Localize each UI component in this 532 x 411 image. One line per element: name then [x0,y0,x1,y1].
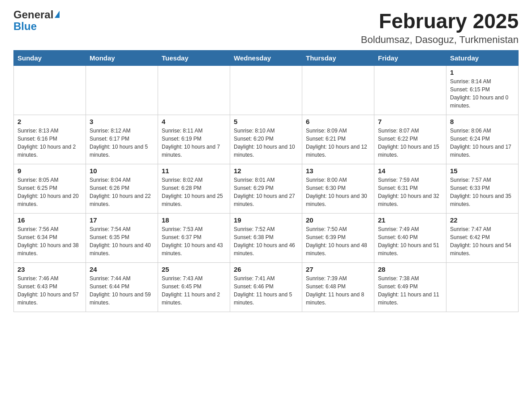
day-info: Sunrise: 7:43 AMSunset: 6:45 PMDaylight:… [162,274,226,307]
day-number: 11 [162,167,226,175]
day-info: Sunrise: 8:05 AMSunset: 6:25 PMDaylight:… [17,176,82,208]
table-row: 10Sunrise: 8:04 AMSunset: 6:26 PMDayligh… [86,164,158,214]
table-row: 28Sunrise: 7:38 AMSunset: 6:49 PMDayligh… [374,263,446,312]
day-number: 16 [17,216,82,224]
day-info: Sunrise: 8:07 AMSunset: 6:22 PMDaylight:… [378,127,442,159]
day-info: Sunrise: 7:44 AMSunset: 6:44 PMDaylight:… [90,274,154,307]
calendar-week-row: 16Sunrise: 7:56 AMSunset: 6:34 PMDayligh… [14,214,519,263]
day-number: 17 [90,216,154,224]
day-info: Sunrise: 7:50 AMSunset: 6:39 PMDaylight:… [306,225,370,257]
table-row: 14Sunrise: 7:59 AMSunset: 6:31 PMDayligh… [374,164,446,214]
day-number: 23 [17,265,82,273]
day-info: Sunrise: 8:13 AMSunset: 6:16 PMDaylight:… [17,127,82,159]
day-number: 4 [162,118,226,125]
page-header: General Blue February 2025 Boldumsaz, Da… [13,9,519,46]
table-row: 17Sunrise: 7:54 AMSunset: 6:35 PMDayligh… [86,214,158,263]
day-number: 28 [378,265,442,273]
day-info: Sunrise: 7:38 AMSunset: 6:49 PMDaylight:… [378,274,442,307]
table-row: 4Sunrise: 8:11 AMSunset: 6:19 PMDaylight… [158,115,230,164]
day-number: 3 [90,118,154,125]
calendar-subtitle: Boldumsaz, Dasoguz, Turkmenistan [361,34,519,46]
day-number: 14 [378,167,442,175]
logo-general: General [13,9,53,21]
calendar-week-row: 2Sunrise: 8:13 AMSunset: 6:16 PMDaylight… [14,115,519,164]
table-row: 25Sunrise: 7:43 AMSunset: 6:45 PMDayligh… [158,263,230,312]
header-thursday: Thursday [302,51,374,66]
day-info: Sunrise: 7:41 AMSunset: 6:46 PMDaylight:… [234,274,298,307]
table-row: 18Sunrise: 7:53 AMSunset: 6:37 PMDayligh… [158,214,230,263]
table-row: 16Sunrise: 7:56 AMSunset: 6:34 PMDayligh… [14,214,86,263]
day-number: 24 [90,265,154,273]
day-info: Sunrise: 7:47 AMSunset: 6:42 PMDaylight:… [450,225,515,257]
day-info: Sunrise: 8:04 AMSunset: 6:26 PMDaylight:… [90,176,154,208]
day-info: Sunrise: 7:39 AMSunset: 6:48 PMDaylight:… [306,274,370,307]
day-number: 25 [162,265,226,273]
header-monday: Monday [86,51,158,66]
table-row: 2Sunrise: 8:13 AMSunset: 6:16 PMDaylight… [14,115,86,164]
table-row [446,263,519,312]
header-friday: Friday [374,51,446,66]
day-number: 7 [378,118,442,125]
table-row [86,66,158,115]
table-row: 12Sunrise: 8:01 AMSunset: 6:29 PMDayligh… [230,164,302,214]
table-row: 3Sunrise: 8:12 AMSunset: 6:17 PMDaylight… [86,115,158,164]
day-info: Sunrise: 7:57 AMSunset: 6:33 PMDaylight:… [450,176,515,208]
day-number: 26 [234,265,298,273]
day-info: Sunrise: 7:56 AMSunset: 6:34 PMDaylight:… [17,225,82,257]
day-info: Sunrise: 7:53 AMSunset: 6:37 PMDaylight:… [162,225,226,257]
day-number: 9 [17,167,82,175]
table-row: 23Sunrise: 7:46 AMSunset: 6:43 PMDayligh… [14,263,86,312]
table-row: 15Sunrise: 7:57 AMSunset: 6:33 PMDayligh… [446,164,519,214]
day-info: Sunrise: 8:06 AMSunset: 6:24 PMDaylight:… [450,127,515,159]
logo-blue: Blue [13,21,60,32]
header-wednesday: Wednesday [230,51,302,66]
table-row: 22Sunrise: 7:47 AMSunset: 6:42 PMDayligh… [446,214,519,263]
day-number: 13 [306,167,370,175]
table-row: 6Sunrise: 8:09 AMSunset: 6:21 PMDaylight… [302,115,374,164]
logo: General Blue [13,9,60,33]
table-row: 26Sunrise: 7:41 AMSunset: 6:46 PMDayligh… [230,263,302,312]
day-info: Sunrise: 8:01 AMSunset: 6:29 PMDaylight:… [234,176,298,208]
calendar-week-row: 23Sunrise: 7:46 AMSunset: 6:43 PMDayligh… [14,263,519,312]
table-row [158,66,230,115]
day-info: Sunrise: 7:52 AMSunset: 6:38 PMDaylight:… [234,225,298,257]
table-row: 9Sunrise: 8:05 AMSunset: 6:25 PMDaylight… [14,164,86,214]
day-number: 18 [162,216,226,224]
table-row [230,66,302,115]
header-tuesday: Tuesday [158,51,230,66]
day-number: 2 [17,118,82,125]
header-saturday: Saturday [446,51,519,66]
table-row [302,66,374,115]
day-number: 10 [90,167,154,175]
day-number: 27 [306,265,370,273]
table-row: 11Sunrise: 8:02 AMSunset: 6:28 PMDayligh… [158,164,230,214]
table-row: 19Sunrise: 7:52 AMSunset: 6:38 PMDayligh… [230,214,302,263]
day-info: Sunrise: 8:12 AMSunset: 6:17 PMDaylight:… [90,127,154,159]
day-info: Sunrise: 8:02 AMSunset: 6:28 PMDaylight:… [162,176,226,208]
day-info: Sunrise: 8:10 AMSunset: 6:20 PMDaylight:… [234,127,298,159]
table-row: 8Sunrise: 8:06 AMSunset: 6:24 PMDaylight… [446,115,519,164]
table-row: 13Sunrise: 8:00 AMSunset: 6:30 PMDayligh… [302,164,374,214]
day-info: Sunrise: 8:09 AMSunset: 6:21 PMDaylight:… [306,127,370,159]
day-number: 1 [450,68,515,76]
table-row: 1Sunrise: 8:14 AMSunset: 6:15 PMDaylight… [446,66,519,115]
calendar-title: February 2025 [361,9,519,33]
day-info: Sunrise: 7:54 AMSunset: 6:35 PMDaylight:… [90,225,154,257]
table-row: 20Sunrise: 7:50 AMSunset: 6:39 PMDayligh… [302,214,374,263]
day-info: Sunrise: 7:46 AMSunset: 6:43 PMDaylight:… [17,274,82,307]
table-row: 21Sunrise: 7:49 AMSunset: 6:40 PMDayligh… [374,214,446,263]
calendar-week-row: 1Sunrise: 8:14 AMSunset: 6:15 PMDaylight… [14,66,519,115]
table-row: 27Sunrise: 7:39 AMSunset: 6:48 PMDayligh… [302,263,374,312]
day-number: 15 [450,167,515,175]
day-info: Sunrise: 8:00 AMSunset: 6:30 PMDaylight:… [306,176,370,208]
table-row [14,66,86,115]
day-number: 5 [234,118,298,125]
weekday-header-row: Sunday Monday Tuesday Wednesday Thursday… [14,51,519,66]
calendar-week-row: 9Sunrise: 8:05 AMSunset: 6:25 PMDaylight… [14,164,519,214]
day-info: Sunrise: 8:11 AMSunset: 6:19 PMDaylight:… [162,127,226,159]
day-number: 6 [306,118,370,125]
calendar-table: Sunday Monday Tuesday Wednesday Thursday… [13,50,519,312]
table-row: 5Sunrise: 8:10 AMSunset: 6:20 PMDaylight… [230,115,302,164]
title-block: February 2025 Boldumsaz, Dasoguz, Turkme… [361,9,519,46]
day-info: Sunrise: 8:14 AMSunset: 6:15 PMDaylight:… [450,77,515,110]
